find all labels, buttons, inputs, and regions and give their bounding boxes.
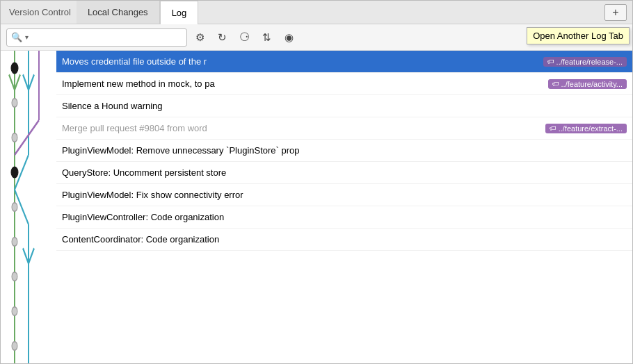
commit-message: PluginViewController: Code organization — [62, 212, 627, 222]
svg-point-15 — [12, 342, 17, 351]
commit-row[interactable]: PluginViewModel: Remove unnecessary `Plu… — [56, 140, 632, 162]
svg-point-8 — [12, 99, 17, 108]
commit-message: PluginViewModel: Remove unnecessary `Plu… — [62, 145, 627, 156]
svg-point-14 — [12, 307, 17, 316]
search-box[interactable]: 🔍 ▾ — [6, 28, 187, 47]
commit-row[interactable]: QueryStore: Uncomment persistent store — [56, 162, 632, 184]
tab-local-changes-label: Local Changes — [88, 7, 148, 17]
commits-list: Moves credential file outside of the r .… — [56, 51, 632, 363]
branch-button[interactable]: ⚆ — [234, 28, 254, 47]
svg-point-12 — [12, 238, 17, 247]
svg-point-11 — [12, 203, 17, 212]
commit-row[interactable]: PluginViewModel: Fix show connectivity e… — [56, 184, 632, 206]
commit-row[interactable]: ContentCoordinator: Code organization — [56, 229, 632, 251]
commit-row[interactable]: Moves credential file outside of the r .… — [56, 51, 632, 73]
svg-point-9 — [12, 133, 17, 142]
settings-button[interactable]: ⚙ — [190, 28, 209, 47]
search-icon: 🔍 — [11, 32, 22, 42]
commit-message: ContentCoordinator: Code organization — [62, 234, 627, 245]
refresh-button[interactable]: ↻ — [212, 28, 232, 47]
content-area: Moves credential file outside of the r .… — [1, 51, 632, 363]
git-graph-column — [1, 51, 56, 363]
svg-line-4 — [15, 120, 39, 155]
commit-message: Silence a Hound warning — [62, 101, 627, 111]
commit-row[interactable]: Implement new method in mock, to pa ../f… — [56, 73, 632, 95]
branch-tag: ../feature/extract-... — [545, 124, 627, 133]
tooltip-wrapper: + Open Another Log Tab — [599, 1, 632, 24]
main-window: Version Control Local Changes Log + Open… — [0, 0, 633, 364]
svg-point-13 — [12, 272, 17, 281]
sort-button[interactable]: ⇅ — [257, 28, 276, 47]
version-control-label: Version Control — [3, 1, 77, 24]
commit-message: Merge pull request #9804 from word — [62, 123, 541, 133]
branch-tag: ../feature/release-... — [543, 57, 627, 67]
commit-row[interactable]: Silence a Hound warning — [56, 95, 632, 117]
commit-message: QueryStore: Uncomment persistent store — [62, 167, 627, 178]
filter-button[interactable]: ◉ — [279, 28, 298, 47]
add-log-tab-button[interactable]: + — [604, 4, 627, 21]
commit-message: Moves credential file outside of the r — [62, 56, 539, 67]
commit-message: PluginViewModel: Fix show connectivity e… — [62, 190, 627, 200]
commit-row[interactable]: Merge pull request #9804 from word ../fe… — [56, 117, 632, 140]
git-graph-svg — [1, 51, 56, 363]
tab-local-changes[interactable]: Local Changes — [77, 1, 160, 24]
tab-bar: Version Control Local Changes Log + Open… — [1, 1, 632, 24]
branch-tag: ../feature/activity... — [548, 79, 627, 89]
commit-message: Implement new method in mock, to pa — [62, 78, 544, 89]
svg-point-10 — [11, 167, 18, 178]
commit-row[interactable]: PluginViewController: Code organization — [56, 206, 632, 229]
svg-point-7 — [11, 63, 18, 74]
tab-log[interactable]: Log — [160, 1, 199, 24]
search-dropdown-arrow[interactable]: ▾ — [25, 33, 29, 41]
tab-log-label: Log — [172, 8, 187, 18]
tooltip-box: Open Another Log Tab — [527, 27, 630, 44]
